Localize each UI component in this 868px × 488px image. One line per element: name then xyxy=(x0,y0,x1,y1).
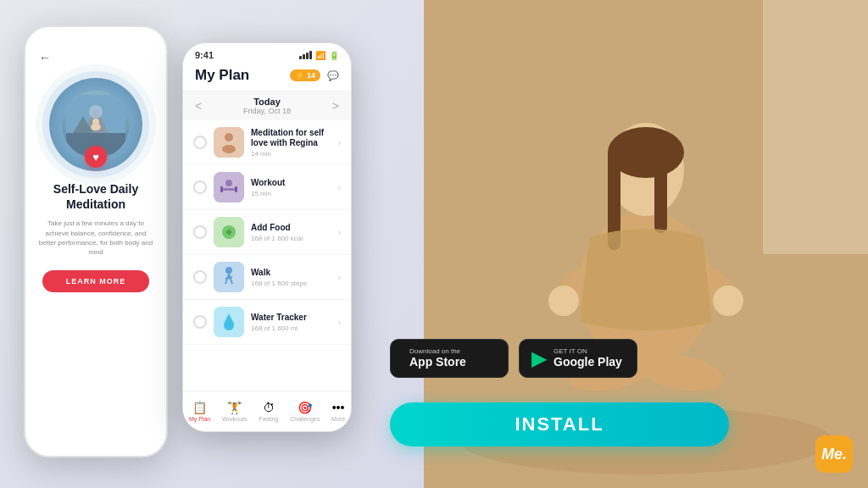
svg-point-32 xyxy=(225,267,232,274)
status-icons: 📶 🔋 xyxy=(299,51,339,60)
item-time: 168 of 1 600 steps xyxy=(251,280,331,287)
plan-header: My Plan ⚡ 14 💬 xyxy=(183,64,351,92)
item-time: 168 of 1 600 kcal xyxy=(251,235,331,242)
phone-white-content: ♥ Self-Love Daily Meditation Take just a… xyxy=(25,69,166,301)
item-image-water xyxy=(214,307,244,337)
install-label: INSTALL xyxy=(515,413,604,435)
me-logo: Me. xyxy=(815,435,853,473)
date-display: Today Friday, Oct 18 xyxy=(243,97,291,115)
item-chevron: › xyxy=(338,183,341,192)
my-plan-icon: 📋 xyxy=(192,401,207,414)
item-name: Walk xyxy=(251,268,331,278)
svg-rect-24 xyxy=(214,172,244,202)
challenges-label: Challenges xyxy=(290,416,320,422)
google-play-text: GET IT ON Google Play xyxy=(554,348,622,369)
item-info-water: Water Tracker 168 of 1 600 ml xyxy=(251,313,331,332)
fasting-icon: ⏱ xyxy=(263,401,275,414)
plan-item-meditation[interactable]: Meditation for self love with Regina 14 … xyxy=(183,120,351,165)
next-day-button[interactable]: > xyxy=(332,99,339,113)
plan-title: My Plan xyxy=(195,67,249,84)
date-nav: < Today Friday, Oct 18 > xyxy=(183,92,351,120)
app-store-button[interactable]: Download on the App Store xyxy=(390,339,509,378)
item-image-food xyxy=(214,217,244,247)
item-chevron: › xyxy=(338,273,341,282)
nav-challenges[interactable]: 🎯 Challenges xyxy=(290,401,320,422)
workouts-icon: 🏋 xyxy=(227,401,242,414)
item-chevron: › xyxy=(338,138,341,147)
meditation-circle: ♥ xyxy=(49,78,142,171)
download-buttons-container: Download on the App Store ▶ GET IT ON Go… xyxy=(390,339,637,378)
item-checkbox[interactable] xyxy=(193,225,207,239)
item-name: Water Tracker xyxy=(251,313,331,323)
header-actions: ⚡ 14 💬 xyxy=(290,69,339,81)
fasting-label: Fasting xyxy=(259,416,278,422)
plan-item-food[interactable]: Add Food 168 of 1 600 kcal › xyxy=(183,210,351,255)
google-play-small-text: GET IT ON xyxy=(554,348,622,355)
item-info-workout: Workout 15 min xyxy=(251,178,331,197)
item-chevron: › xyxy=(338,318,341,327)
meditation-subtitle: Take just a few minutes a day to achieve… xyxy=(34,219,158,257)
nav-my-plan[interactable]: 📋 My Plan xyxy=(189,401,210,422)
more-label: More xyxy=(331,416,345,422)
plan-item-water[interactable]: Water Tracker 168 of 1 600 ml › xyxy=(183,300,351,345)
date-full: Friday, Oct 18 xyxy=(243,107,291,115)
item-chevron: › xyxy=(338,228,341,237)
battery-icon: 🔋 xyxy=(329,51,339,60)
phone-white: ← ♥ Self-Love Daily Meditation Take just… xyxy=(24,25,168,458)
google-play-icon: ▶ xyxy=(531,347,547,370)
meditation-title: Self-Love Daily Meditation xyxy=(34,181,158,212)
item-time: 15 min xyxy=(251,190,331,197)
challenges-icon: 🎯 xyxy=(298,401,312,414)
svg-rect-7 xyxy=(654,148,667,233)
chat-icon[interactable]: 💬 xyxy=(327,70,339,81)
google-play-button[interactable]: ▶ GET IT ON Google Play xyxy=(519,339,637,378)
svg-point-20 xyxy=(92,119,99,125)
item-time: 14 min xyxy=(251,150,331,158)
item-info-walk: Walk 168 of 1 600 steps xyxy=(251,268,331,287)
signal-icon xyxy=(299,51,312,59)
prev-day-button[interactable]: < xyxy=(195,99,202,113)
svg-point-10 xyxy=(548,286,579,316)
item-checkbox[interactable] xyxy=(193,270,207,284)
item-info-food: Add Food 168 of 1 600 kcal xyxy=(251,223,331,242)
svg-point-25 xyxy=(225,180,232,186)
back-button[interactable]: ← xyxy=(39,51,51,64)
nav-workouts[interactable]: 🏋 Workouts xyxy=(222,401,247,422)
more-icon: ••• xyxy=(332,401,345,414)
app-store-big-text: App Store xyxy=(409,355,466,369)
svg-rect-27 xyxy=(220,186,223,192)
my-plan-label: My Plan xyxy=(189,416,210,422)
item-checkbox[interactable] xyxy=(193,180,207,194)
plan-item-walk[interactable]: Walk 168 of 1 600 steps › xyxy=(183,255,351,300)
google-play-big-text: Google Play xyxy=(554,355,622,369)
app-store-text: Download on the App Store xyxy=(409,348,466,369)
svg-point-23 xyxy=(222,145,236,153)
install-button[interactable]: INSTALL xyxy=(390,402,729,446)
item-time: 168 of 1 600 ml xyxy=(251,324,331,332)
status-bar: 9:41 📶 🔋 xyxy=(183,43,351,64)
item-image-meditation xyxy=(214,127,244,158)
plan-items-list: Meditation for self love with Regina 14 … xyxy=(183,120,351,398)
svg-point-11 xyxy=(713,286,743,316)
learn-more-button[interactable]: LEARN MORE xyxy=(42,270,150,292)
item-info-meditation: Meditation for self love with Regina 14 … xyxy=(251,128,331,158)
bottom-nav: 📋 My Plan 🏋 Workouts ⏱ Fasting 🎯 Challen… xyxy=(183,391,351,431)
svg-rect-1 xyxy=(763,0,868,254)
phone-dark: 9:41 📶 🔋 My Plan ⚡ 14 💬 < Today Friday, … xyxy=(182,42,352,432)
heart-badge: ♥ xyxy=(85,146,107,168)
nav-more[interactable]: ••• More xyxy=(331,401,345,422)
svg-point-18 xyxy=(89,105,103,119)
svg-rect-28 xyxy=(235,186,237,192)
item-name: Workout xyxy=(251,178,331,188)
nav-fasting[interactable]: ⏱ Fasting xyxy=(259,401,278,422)
item-checkbox[interactable] xyxy=(193,315,207,329)
item-name: Add Food xyxy=(251,223,331,233)
item-checkbox[interactable] xyxy=(193,136,207,149)
status-time: 9:41 xyxy=(195,50,214,60)
workouts-label: Workouts xyxy=(222,416,247,422)
app-store-small-text: Download on the xyxy=(409,348,466,355)
item-image-workout xyxy=(214,172,244,202)
plan-item-workout[interactable]: Workout 15 min › xyxy=(183,165,351,210)
streak-badge: ⚡ 14 xyxy=(290,69,320,81)
wifi-icon: 📶 xyxy=(315,51,326,60)
